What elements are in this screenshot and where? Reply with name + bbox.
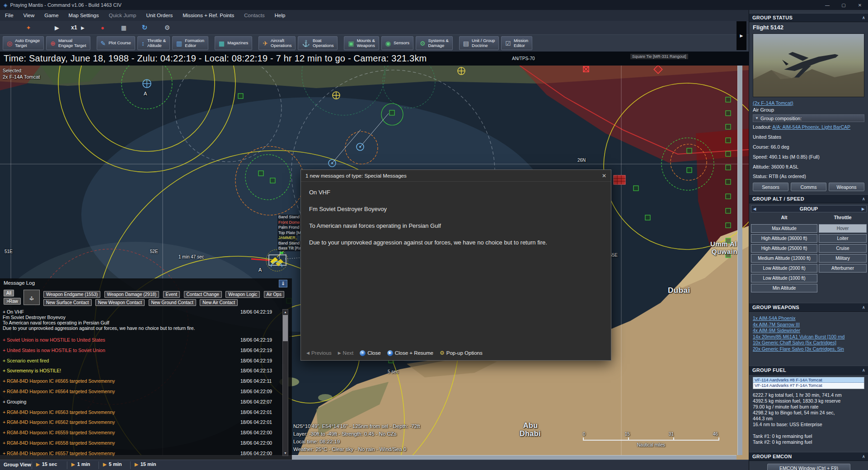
- log-entry[interactable]: + RGM-84D Harpoon IC #6564 targeted Sovr…: [0, 386, 292, 396]
- throttle-preset-military[interactable]: Military: [819, 254, 867, 263]
- filter-chip-raw[interactable]: >Raw: [4, 298, 21, 305]
- filter-chip-new-surface-contact[interactable]: New Surface Contact: [43, 299, 92, 306]
- menu-item-view[interactable]: View: [19, 10, 40, 21]
- altitude-preset-low-2000[interactable]: Low Altitude (2000 ft): [751, 264, 817, 273]
- filter-chip-weapon-logic[interactable]: Weapon Logic: [225, 291, 260, 298]
- filter-chip-contact-change[interactable]: Contact Change: [184, 291, 222, 298]
- group-fuel-header[interactable]: GROUP FUEL ∧: [749, 366, 868, 375]
- unit-type-link[interactable]: (2x F-14A Tomcat): [753, 100, 793, 106]
- log-entry[interactable]: + RGM-84D Harpoon IC #6559 targeted Sovr…: [0, 427, 292, 437]
- group-weapons-header[interactable]: GROUP WEAPONS ∧: [749, 303, 868, 312]
- filter-chip-new-ground-contact[interactable]: New Ground Contact: [149, 299, 196, 306]
- log-export-button[interactable]: ⇓: [279, 280, 287, 287]
- weapon-link[interactable]: 4x AIM-9M Sidewinder: [753, 328, 866, 333]
- chevron-right-icon[interactable]: ▶: [860, 207, 866, 211]
- group-composition-dropdown[interactable]: ▼ Group composition:: [753, 114, 864, 122]
- altitude-preset-medium[interactable]: Medium Altitude (12000 ft): [751, 254, 817, 263]
- chevron-left-icon[interactable]: ◀: [751, 207, 758, 211]
- altitude-preset-min[interactable]: Min Altitude: [751, 284, 817, 292]
- log-entry[interactable]: + RGM-84D Harpoon IC #6558 targeted Sovr…: [0, 437, 292, 448]
- altitude-preset-low-1000[interactable]: Low Altitude (1000 ft): [751, 274, 817, 282]
- filter-chip-weapon-damage[interactable]: Weapon Damage (2918): [104, 291, 159, 298]
- log-entry[interactable]: + Sovremenny is HOSTILE!18/06 04:22:13: [0, 365, 292, 376]
- menu-item-contacts[interactable]: Contacts: [239, 10, 269, 21]
- altitude-preset-high-36000[interactable]: High Altitude (36000 ft): [751, 234, 817, 243]
- menu-item-unit-orders[interactable]: Unit Orders: [141, 10, 178, 21]
- throttle-preset-afterburner[interactable]: Afterburner: [819, 264, 867, 273]
- menu-item-help[interactable]: Help: [270, 10, 291, 21]
- filter-chip-event[interactable]: Event: [163, 291, 180, 298]
- altitude-preset-high-25000[interactable]: High Altitude (25000 ft): [751, 244, 817, 253]
- close-icon[interactable]: ✕: [602, 173, 606, 179]
- comms-button[interactable]: Comms: [791, 183, 826, 191]
- group-status-header[interactable]: GROUP STATUS ∧: [749, 13, 868, 22]
- list-item[interactable]: VF-114 Aardvarks #7 F-14A Tomcat: [753, 383, 864, 388]
- play-button[interactable]: ▶: [52, 21, 62, 34]
- throttle-preset-hover[interactable]: Hover: [819, 224, 867, 233]
- maximize-button[interactable]: ▢: [835, 0, 852, 10]
- ribbon-button-unit-group-doctrine[interactable]: ▤ Unit / GroupDoctrine: [459, 36, 499, 50]
- record-button[interactable]: ●: [98, 21, 108, 34]
- step-play-icon[interactable]: ▶: [80, 21, 86, 34]
- filter-chip-new-weapon-contact[interactable]: New Weapon Contact: [95, 299, 145, 306]
- scrollbar-thumb[interactable]: [283, 315, 288, 341]
- altitude-preset-max[interactable]: Max Altitude: [751, 224, 817, 233]
- time-step-15min[interactable]: ▶ 15 min: [135, 461, 156, 467]
- weapon-link[interactable]: 1x AIM-54A Phoenix: [753, 315, 866, 321]
- log-entry[interactable]: + RGM-84D Harpoon IC #6557 targeted Sovr…: [0, 448, 292, 458]
- weapon-link[interactable]: 10x Generic Chaff Salvo [5x Cartridges]: [753, 340, 866, 345]
- weapons-button[interactable]: Weapons: [829, 183, 864, 191]
- ribbon-button-throttle-altitude[interactable]: ↕ Throttle &Altitude: [137, 36, 170, 50]
- close-message-button[interactable]: ✕ Close: [360, 350, 380, 356]
- filter-chip-all[interactable]: All: [4, 290, 14, 296]
- list-item[interactable]: VF-114 Aardvarks #8 F-14A Tomcat: [753, 377, 864, 383]
- sensors-button[interactable]: Sensors: [753, 183, 788, 191]
- ribbon-button-mounts-weapons[interactable]: ▣ Mounts &Weapons: [344, 36, 379, 50]
- log-entry[interactable]: + RGM-84D Harpoon IC #6563 targeted Sovr…: [0, 407, 292, 417]
- ribbon-button-systems-damage[interactable]: ⚙ Systems &Damage: [416, 36, 453, 50]
- time-step-15sec[interactable]: ▶ 15 sec: [36, 461, 57, 467]
- ribbon-button-auto-engage-target[interactable]: ◎ Auto EngageTarget: [3, 36, 44, 50]
- log-entry[interactable]: + Grouping18/06 04:22:07: [0, 396, 292, 407]
- time-step-5min[interactable]: ▶ 5 min: [103, 461, 122, 467]
- refresh-icon[interactable]: ↻: [139, 21, 150, 34]
- filter-chip-air-ops[interactable]: Air Ops: [264, 291, 284, 298]
- log-scrollbar[interactable]: ▲ ▼: [282, 309, 288, 456]
- log-entry[interactable]: + Soviet Union is now HOSTILE to United …: [0, 334, 292, 345]
- ribbon-button-sensors[interactable]: ◉ Sensors: [381, 36, 413, 50]
- ribbon-button-manual-engage-target[interactable]: ⊕ ManualEngage Target: [46, 36, 90, 50]
- ribbon-button-formation-editor[interactable]: ▥ FormationEditor: [172, 36, 208, 50]
- previous-button[interactable]: ◀ Previous: [306, 350, 332, 356]
- log-entry[interactable]: + RGM-84D Harpoon IC #6562 targeted Sovr…: [0, 417, 292, 427]
- scroll-down-icon[interactable]: ▼: [283, 451, 288, 456]
- popup-options-button[interactable]: ⚙ Pop-up Options: [440, 350, 483, 356]
- close-resume-button[interactable]: ▶ Close + Resume: [387, 350, 433, 356]
- weapon-link[interactable]: 14x 20mm/85 M61A1 Vulcan Burst [100 rnd: [753, 334, 866, 339]
- ribbon-button-mission-editor[interactable]: ☑ MissionEditor: [501, 36, 532, 50]
- ribbon-button-boat-operations[interactable]: ⚓ BoatOperations: [298, 36, 338, 50]
- weapon-link[interactable]: 4x AIM-7M Sparrow III: [753, 322, 866, 327]
- log-move-button[interactable]: ↔ ↕: [23, 290, 40, 305]
- ribbon-button-plot-course[interactable]: ✎ Plot Course: [97, 36, 135, 50]
- group-emcon-header[interactable]: GROUP EMCON ∧: [749, 452, 868, 461]
- map-vertical-scrollbar[interactable]: [737, 66, 742, 455]
- fuel-aircraft-list[interactable]: VF-114 Aardvarks #8 F-14A Tomcat VF-114 …: [753, 377, 864, 389]
- ribbon-button-aircraft-operations[interactable]: ✈ AircraftOperations: [258, 36, 296, 50]
- filter-chip-new-air-contact[interactable]: New Air Contact: [200, 299, 238, 306]
- loadout-link[interactable]: A/A: AIM-54A Phoenix, Light BarCAP: [772, 124, 850, 130]
- scroll-up-icon[interactable]: ▲: [283, 310, 288, 315]
- throttle-preset-loiter[interactable]: Loiter: [819, 234, 867, 243]
- menu-item-map-settings[interactable]: Map Settings: [64, 10, 104, 21]
- next-button[interactable]: ▶ Next: [338, 350, 354, 356]
- time-step-1min[interactable]: ▶ 1 min: [71, 461, 90, 467]
- close-button[interactable]: ✕: [852, 0, 868, 10]
- log-entry[interactable]: + Scenario event fired18/06 04:22:19: [0, 355, 292, 366]
- sidebar-expand-handle[interactable]: ▶: [737, 21, 746, 50]
- filter-chip-weapon-endgame[interactable]: Weapon Endgame (1553): [43, 291, 100, 298]
- printer-icon[interactable]: ▦: [118, 21, 129, 34]
- menu-item-file[interactable]: File: [0, 10, 19, 21]
- throttle-preset-cruise[interactable]: Cruise: [819, 244, 867, 253]
- minimize-button[interactable]: —: [819, 0, 835, 10]
- gear-icon[interactable]: ⚙: [162, 21, 173, 34]
- emcon-window-button[interactable]: EMCON Window (Ctrl + F9): [767, 464, 850, 470]
